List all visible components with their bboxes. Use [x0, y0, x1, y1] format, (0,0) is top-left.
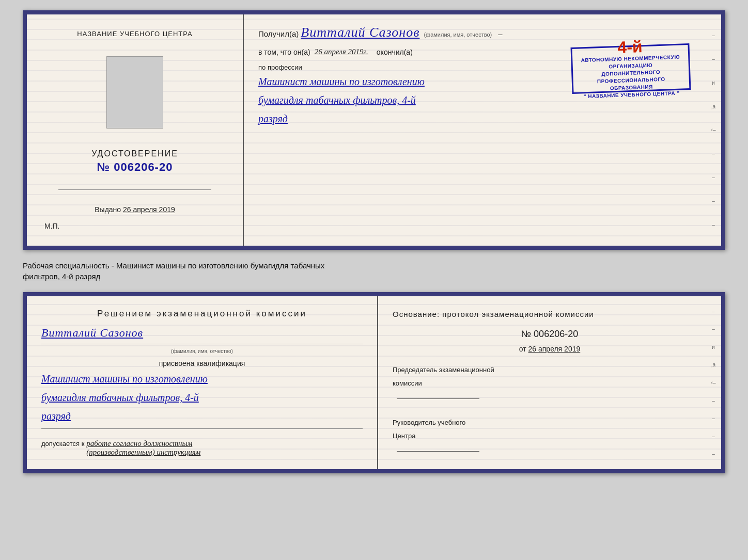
ot-label: от [519, 345, 526, 353]
profession-line3-bottom: разряд [41, 408, 363, 424]
rukovoditel-label: Руководитель учебного [393, 416, 707, 429]
vidano-label: Выдано [95, 205, 121, 214]
dopuskaetsya-line: допускается к работе согласно должностны… [41, 439, 363, 457]
udostoverenie-number: № 006206-20 [97, 161, 173, 174]
dopuskaetsya-label: допускается к [41, 440, 84, 447]
predsedatel-section: Председатель экзаменационной комиссии [393, 363, 707, 404]
rukovoditel-label2: Центра [393, 429, 707, 443]
udostoverenie-label: УДОСТОВЕРЕНИЕ [91, 149, 178, 158]
recipient-name-bottom: Витталий Сазонов [41, 326, 363, 340]
center-title-top: НАЗВАНИЕ УЧЕБНОГО ЦЕНТРА [77, 30, 192, 38]
profession-line2-bottom: бумагидля табачных фильтров, 4-й [41, 389, 363, 406]
stamp-line2: ДОПОЛНИТЕЛЬНОГО ПРОФЕССИОНАЛЬНОГО ОБРАЗО… [576, 68, 686, 93]
stamp-area: 4-й АВТОНОМНУЮ НЕКОММЕРЧЕСКУЮ ОРГАНИЗАЦИ… [570, 43, 691, 94]
protocol-number: № 006206-20 [393, 329, 707, 340]
mp-label: М.П. [44, 222, 60, 230]
diploma-top: НАЗВАНИЕ УЧЕБНОГО ЦЕНТРА УДОСТОВЕРЕНИЕ №… [23, 10, 725, 250]
recipient-name-top: Витталий Сазонов [301, 25, 419, 40]
okonchil-label: окончил(а) [377, 48, 413, 56]
prisvoena-label: присвоена квалификация [41, 359, 363, 367]
diploma-right-panel: Получил(а) Витталий Сазонов (фамилия, им… [244, 14, 721, 246]
dopuskaetsya-value: работе согласно должностным (производств… [86, 439, 200, 457]
name-subtitle-top: (фамилия, имя, отчество) [424, 31, 492, 38]
right-edge-marks-top: – – и ,а ‹– – – – – [709, 14, 718, 246]
vtom-label: в том, что он(а) [258, 48, 310, 56]
rukovoditel-section: Руководитель учебного Центра [393, 416, 707, 456]
diploma-left-panel: НАЗВАНИЕ УЧЕБНОГО ЦЕНТРА УДОСТОВЕРЕНИЕ №… [27, 14, 244, 246]
diploma-date: 26 апреля 2019г. [315, 47, 368, 56]
osnovaniye-title: Основание: протокол экзаменационной коми… [393, 309, 707, 321]
profession-line1-bottom: Машинист машины по изготовлению [41, 371, 363, 387]
predsedatel-label2: комиссии [393, 377, 707, 390]
bottom-right-panel: Основание: протокол экзаменационной коми… [378, 296, 721, 469]
bottom-certificate: Решением экзаменационной комиссии Виттал… [23, 292, 725, 473]
profession-line3-top: разряд [258, 110, 707, 127]
poluchil-label: Получил(а) [258, 29, 299, 38]
ot-date: 26 апреля 2019 [528, 345, 581, 353]
right-edge-marks-bottom: – – и ,а ‹– – – – – [709, 296, 718, 469]
stamp-number: 4-й [617, 38, 643, 56]
predsedatel-label: Председатель экзаменационной [393, 363, 707, 377]
photo-placeholder [106, 56, 163, 129]
vidano-line: Выдано 26 апреля 2019 [95, 205, 175, 214]
vidano-date: 26 апреля 2019 [123, 205, 175, 214]
rukovoditel-signature-line [397, 451, 479, 452]
name-subtitle-bottom: (фамилия, имя, отчество) [41, 348, 363, 354]
description-section: Рабочая специальность - Машинист машины … [23, 258, 725, 284]
description-text-part2: фильтров, 4-й разряд [23, 272, 100, 281]
predsedatel-signature-line [397, 398, 479, 399]
bottom-left-panel: Решением экзаменационной комиссии Виттал… [27, 296, 378, 469]
ot-line: от 26 апреля 2019 [393, 345, 707, 353]
resheniem-title: Решением экзаменационной комиссии [41, 309, 363, 319]
description-text-part1: Рабочая специальность - Машинист машины … [23, 261, 324, 270]
